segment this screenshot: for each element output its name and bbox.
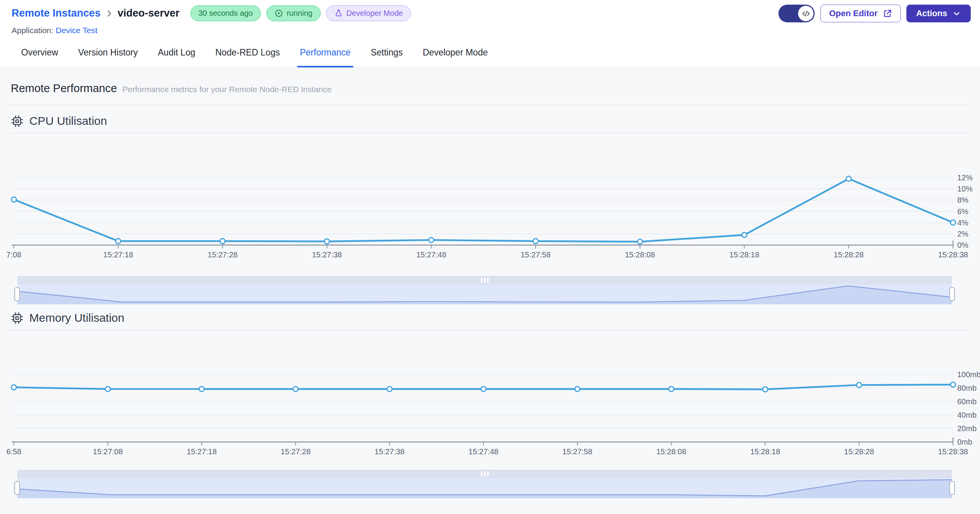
tab-settings[interactable]: Settings <box>370 42 404 67</box>
memory-brush-handle-right[interactable] <box>949 481 955 495</box>
svg-text:15:28:18: 15:28:18 <box>730 250 760 259</box>
tab-performance[interactable]: Performance <box>299 42 352 67</box>
section-title-row: Remote Performance Performance metrics f… <box>11 67 969 105</box>
svg-text:60mb: 60mb <box>957 397 977 406</box>
breadcrumb: Remote Instances video-server <box>12 7 180 19</box>
play-circle-icon <box>274 9 283 18</box>
application-row: Application:Device Test <box>12 26 971 35</box>
memory-brush-handle-left[interactable] <box>14 481 20 495</box>
application-label: Application: <box>12 26 54 35</box>
external-link-icon <box>883 9 892 18</box>
cpu-brush-handle-left[interactable] <box>14 287 20 301</box>
cpu-brush-drag-strip[interactable] <box>17 276 952 284</box>
cpu-chart-brush <box>17 276 952 304</box>
svg-text:15:27:58: 15:27:58 <box>562 447 592 456</box>
svg-text:15:27:38: 15:27:38 <box>312 250 342 259</box>
svg-text:0%: 0% <box>957 241 968 249</box>
svg-text:7:08: 7:08 <box>7 250 22 259</box>
status-badges: 30 seconds ago running Developer Mode <box>190 5 411 21</box>
breadcrumb-parent-link[interactable]: Remote Instances <box>12 7 101 19</box>
svg-text:15:28:28: 15:28:28 <box>844 447 874 456</box>
svg-text:4%: 4% <box>957 218 968 227</box>
svg-text:15:27:08: 15:27:08 <box>93 447 123 456</box>
cpu-utilisation-chart: 0%2%4%6%8%10%12%7:0815:27:1815:27:2815:2… <box>11 133 980 268</box>
open-editor-button[interactable]: Open Editor <box>820 5 901 22</box>
developer-mode-badge: Developer Mode <box>326 5 411 21</box>
svg-text:15:28:18: 15:28:18 <box>750 447 780 456</box>
tab-audit-log[interactable]: Audit Log <box>157 42 197 67</box>
svg-text:15:27:58: 15:27:58 <box>521 250 551 259</box>
actions-button[interactable]: Actions <box>906 5 971 22</box>
cpu-brush-handle-right[interactable] <box>949 287 955 301</box>
running-status-badge: running <box>266 5 321 21</box>
cpu-chip-icon <box>11 115 24 128</box>
developer-mode-badge-label: Developer Mode <box>346 9 403 18</box>
svg-text:6:58: 6:58 <box>7 447 22 456</box>
memory-chart-brush <box>17 470 952 498</box>
cpu-brush-track[interactable] <box>17 284 952 304</box>
svg-text:15:27:28: 15:27:28 <box>281 447 311 456</box>
last-seen-badge-label: 30 seconds ago <box>198 9 253 18</box>
svg-text:0mb: 0mb <box>957 438 972 446</box>
svg-text:15:28:08: 15:28:08 <box>656 447 686 456</box>
brush-grip-icon <box>481 278 489 283</box>
immersive-editor-toggle[interactable] <box>778 5 815 22</box>
chevron-right-icon <box>104 9 114 18</box>
svg-text:15:28:08: 15:28:08 <box>625 250 655 259</box>
svg-text:40mb: 40mb <box>957 411 977 419</box>
svg-text:12%: 12% <box>957 173 973 182</box>
code-icon <box>798 6 814 21</box>
page-header: Remote Instances video-server 30 seconds… <box>0 0 980 35</box>
cpu-section-heading: CPU Utilisation <box>11 114 969 133</box>
tab-version-history[interactable]: Version History <box>77 42 139 67</box>
application-link[interactable]: Device Test <box>56 26 97 35</box>
page-title: Remote Performance <box>11 82 117 95</box>
brush-grip-icon <box>481 472 489 477</box>
svg-text:15:27:48: 15:27:48 <box>416 250 446 259</box>
svg-text:15:27:18: 15:27:18 <box>103 250 133 259</box>
svg-text:100mb: 100mb <box>957 370 980 379</box>
memory-brush-track[interactable] <box>17 478 952 498</box>
cpu-chip-icon <box>11 312 24 324</box>
svg-text:80mb: 80mb <box>957 384 977 392</box>
performance-panel: Remote Performance Performance metrics f… <box>0 67 980 514</box>
svg-text:15:27:18: 15:27:18 <box>187 447 217 456</box>
svg-text:15:28:38: 15:28:38 <box>938 250 968 259</box>
cpu-section-title: CPU Utilisation <box>29 114 107 128</box>
actions-button-label: Actions <box>916 8 947 18</box>
svg-text:15:27:48: 15:27:48 <box>469 447 499 456</box>
chevron-down-icon <box>952 9 961 18</box>
svg-text:2%: 2% <box>957 230 968 238</box>
tab-overview[interactable]: Overview <box>20 42 59 67</box>
memory-brush-drag-strip[interactable] <box>17 470 952 478</box>
svg-text:6%: 6% <box>957 207 968 216</box>
instance-tabs: Overview Version History Audit Log Node-… <box>0 42 980 67</box>
svg-text:15:28:28: 15:28:28 <box>834 250 864 259</box>
running-status-label: running <box>287 9 313 18</box>
svg-text:20mb: 20mb <box>957 424 977 433</box>
last-seen-badge: 30 seconds ago <box>190 5 261 21</box>
tab-node-red-logs[interactable]: Node-RED Logs <box>214 42 281 67</box>
svg-text:10%: 10% <box>957 185 973 193</box>
memory-section-heading: Memory Utilisation <box>11 311 969 330</box>
svg-text:15:27:28: 15:27:28 <box>208 250 238 259</box>
breadcrumb-current: video-server <box>118 7 180 19</box>
svg-text:8%: 8% <box>957 196 968 204</box>
page-subtitle: Performance metrics for your Remote Node… <box>123 85 332 94</box>
header-actions: Open Editor Actions <box>778 5 971 22</box>
svg-text:15:28:38: 15:28:38 <box>938 447 968 456</box>
tab-developer-mode[interactable]: Developer Mode <box>422 42 489 67</box>
open-editor-label: Open Editor <box>829 8 877 18</box>
flask-icon <box>334 9 343 18</box>
svg-text:15:27:38: 15:27:38 <box>375 447 405 456</box>
memory-section-title: Memory Utilisation <box>29 311 124 324</box>
memory-utilisation-chart: 0mb20mb40mb60mb80mb100mb6:5815:27:0815:2… <box>11 330 980 465</box>
